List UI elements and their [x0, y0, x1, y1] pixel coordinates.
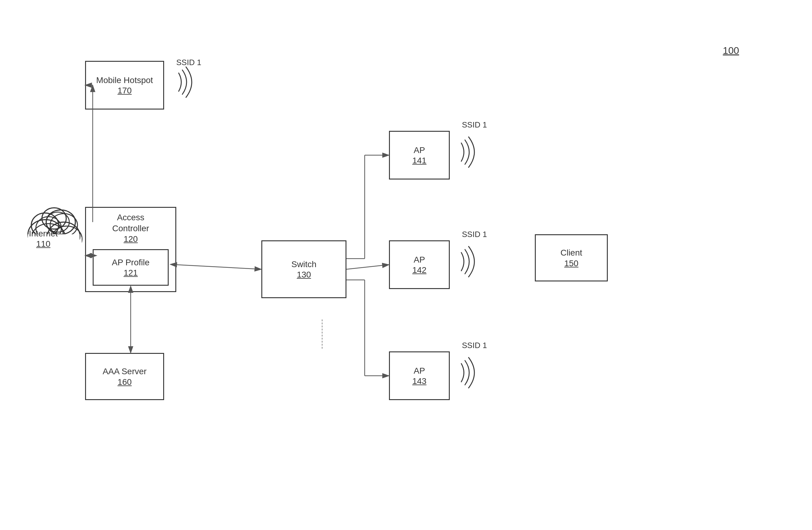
aaa-server-box: AAA Server 160	[85, 353, 164, 400]
ssid-ap141-label: SSID 1	[462, 120, 487, 130]
svg-line-22	[346, 265, 389, 269]
ref-number-100: 100	[723, 45, 739, 56]
wifi-ap142-icon	[456, 240, 486, 283]
access-controller-box: AccessController 120 AP Profile 121	[85, 207, 176, 292]
wifi-hotspot-icon	[173, 61, 204, 103]
diagram: 100	[0, 0, 812, 530]
switch-box: Switch 130	[261, 240, 346, 298]
ap141-box: AP 141	[389, 131, 450, 180]
ap142-box: AP 142	[389, 240, 450, 289]
ap-profile-box: AP Profile 121	[93, 249, 169, 286]
mobile-hotspot-box: Mobile Hotspot 170	[85, 61, 164, 110]
wifi-ap143-icon	[456, 351, 486, 394]
client-box: Client 150	[535, 234, 608, 281]
svg-line-18	[176, 265, 261, 269]
ssid-ap143-label: SSID 1	[462, 341, 487, 350]
wifi-ap141-icon	[456, 131, 486, 173]
internet-label: Internet 110	[29, 228, 58, 249]
ssid-ap142-label: SSID 1	[462, 230, 487, 239]
ap143-box: AP 143	[389, 351, 450, 400]
